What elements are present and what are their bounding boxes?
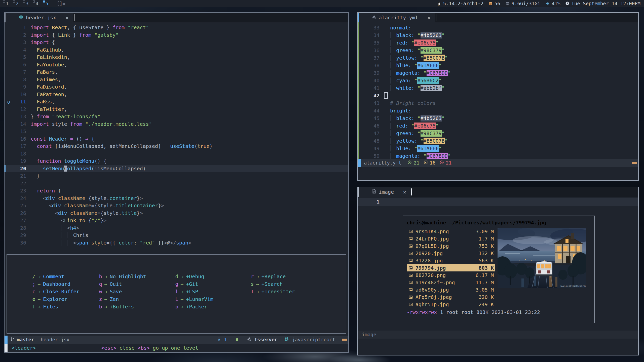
code-line[interactable]: 16const Header = () ⇒ { xyxy=(5,135,348,143)
keybinding-item[interactable]: /→Comment xyxy=(32,273,99,280)
buffer-area-image[interactable]: 1 chris@machine ~/Pictures/wallpapers/79… xyxy=(358,197,638,331)
code-line[interactable]: 40 cyan: "#56B6C2" xyxy=(358,77,638,84)
workspace-button[interactable]: 5 xyxy=(42,0,52,7)
keybinding-item[interactable]: b→+Buffers xyxy=(99,303,175,310)
code-line[interactable]: 2import { Link } from "gatsby" xyxy=(5,31,348,39)
code-line[interactable]: 30 <span style={{ color: "red" }}>@</spa… xyxy=(5,239,348,247)
keybinding-item[interactable]: e→Explorer xyxy=(32,295,99,303)
file-row[interactable]: aghr5Ip.jpg249 K xyxy=(407,301,495,308)
workspace-button[interactable]: 4 xyxy=(32,0,42,7)
code-line[interactable]: 7 FaBars, xyxy=(5,68,348,76)
code-line[interactable]: 37 yellow: "#E5C07B" xyxy=(358,54,638,62)
code-line[interactable]: 29 Chris xyxy=(5,232,348,239)
workspace-button[interactable]: 2 xyxy=(12,0,22,7)
code-line[interactable]: 48 yellow: "#E5C07B" xyxy=(358,137,638,145)
keybinding-item[interactable]: l→+LSP xyxy=(175,288,251,295)
code-line[interactable]: 21 } xyxy=(5,172,348,180)
keybinding-item[interactable]: g→+Git xyxy=(175,280,251,288)
keybinding-item[interactable]: d→+Debug xyxy=(175,273,251,280)
code-line[interactable]: 1import React, { useState } from "react" xyxy=(5,24,348,31)
keybinding-item[interactable]: ;→Dashboard xyxy=(32,280,99,288)
code-line[interactable]: 44 bright: xyxy=(358,107,638,114)
code-line[interactable]: 26 <div className={style.title}> xyxy=(5,210,348,217)
code-line[interactable]: 20 setMenuCollapsed(!isMenuCollapsed) xyxy=(5,165,348,173)
code-line[interactable]: 46 red: "#e06c75" xyxy=(358,122,638,130)
code-line[interactable]: 43 # Bright colors xyxy=(358,99,638,107)
code-line[interactable]: 38 blue: "#61AFEF" xyxy=(358,62,638,69)
code-line[interactable]: 8 FaTimes, xyxy=(5,76,348,84)
file-row[interactable]: AFq5r6j.jpeg320 K xyxy=(407,293,495,301)
code-line[interactable]: 18 xyxy=(5,150,348,158)
keybinding-item[interactable]: L→+LunarVim xyxy=(175,295,251,303)
code-line[interactable]: 28 <h4> xyxy=(5,224,348,232)
code-line[interactable]: 12 FaTwitter, xyxy=(5,106,348,113)
code-area-alacritty[interactable]: 33 normal:34 black: "#4b5263"35 red: "#e… xyxy=(358,22,638,159)
code-line[interactable]: 33 normal: xyxy=(358,24,638,31)
code-line[interactable]: 47 green: "#98C379" xyxy=(358,130,638,137)
close-icon[interactable]: × xyxy=(65,15,68,21)
keybinding-item[interactable]: q→Quit xyxy=(99,280,175,288)
code-line[interactable]: 49 blue: "#61AFEF" xyxy=(358,145,638,152)
keybinding-item[interactable]: c→Close Buffer xyxy=(32,288,99,295)
code-line[interactable]: 14import style from "./header.module.les… xyxy=(5,120,348,128)
code-line[interactable]: 35 red: "#e06c75" xyxy=(358,39,638,47)
keybinding-item[interactable]: s→+Search xyxy=(251,280,295,288)
keybinding-item[interactable]: f→Files xyxy=(32,303,99,310)
file-row[interactable]: 799794.jpg803 K xyxy=(407,264,495,271)
file-row[interactable]: 31228.jpg563 K xyxy=(407,257,495,264)
code-line[interactable]: 27 <Link to={"/"}> xyxy=(5,217,348,224)
close-icon[interactable]: × xyxy=(427,15,431,21)
text-segment xyxy=(384,55,396,61)
keybinding-item[interactable]: w→Save xyxy=(99,288,175,295)
code-line[interactable]: 15 xyxy=(5,128,348,135)
workspace-button[interactable]: 1 xyxy=(3,0,12,7)
tab-header-jsx[interactable]: header.jsx × xyxy=(6,13,73,22)
code-line[interactable]: 1 xyxy=(358,198,638,206)
code-line[interactable]: 25 <div className={style.titleContainer}… xyxy=(5,202,348,210)
code-line[interactable]: 13} from "react-icons/fa" xyxy=(5,113,348,120)
code-line[interactable]: 19 function toggleMenu() { xyxy=(5,157,348,165)
code-line[interactable]: 6 FaYoutube, xyxy=(5,61,348,69)
code-line[interactable]: 5 FaLinkedin, xyxy=(5,54,348,61)
watermark-text: www.DesktopBackground.org xyxy=(560,285,586,287)
code-line[interactable]: 24 <div className={style.container}> xyxy=(5,195,348,202)
text-segment: < xyxy=(55,210,58,216)
code-line[interactable]: 45 black: "#4b5263" xyxy=(358,114,638,122)
code-line[interactable]: 9 FaDiscord, xyxy=(5,83,348,91)
tab-alacritty-yml[interactable]: alacritty.yml × xyxy=(359,13,435,22)
code-line[interactable]: 42 xyxy=(358,92,638,99)
file-row[interactable]: a19c482f~.png11.7 M xyxy=(407,279,495,286)
close-icon[interactable]: × xyxy=(403,189,406,195)
code-line[interactable]: 11 FaRss, xyxy=(5,98,348,106)
file-row[interactable]: ad6v90y.jpg3.05 M xyxy=(407,286,495,293)
file-row[interactable]: 97q9L5D.jpg753 K xyxy=(407,242,495,250)
code-line[interactable]: 17 const [isMenuCollapsed, setMenuCollap… xyxy=(5,143,348,150)
code-line[interactable]: 50 magenta: "#C678DD" xyxy=(358,152,638,159)
keybinding-item[interactable]: z→Zen xyxy=(99,295,175,303)
file-row[interactable]: 24LrDFQ.jpg1.7 M xyxy=(407,235,495,242)
code-line[interactable]: 36 green: "#98C379" xyxy=(358,47,638,54)
code-line[interactable]: 23 return ( xyxy=(5,187,348,195)
code-line[interactable]: 41 white: "#abb2bf" xyxy=(358,84,638,92)
file-row[interactable]: 9rsmTK4.png3.09 M xyxy=(407,228,495,235)
text-segment: from xyxy=(37,113,52,119)
keybinding-item[interactable]: T→+Treesitter xyxy=(251,288,295,295)
code-line[interactable]: 34 black: "#4b5263" xyxy=(358,31,638,39)
git-added-count: 21 xyxy=(414,160,420,166)
file-row[interactable]: 20920.jpg132 K xyxy=(407,250,495,257)
code-area-left[interactable]: 1import React, { useState } from "react"… xyxy=(5,22,348,336)
text-segment: blue: xyxy=(396,145,414,151)
file-permissions: -rwxrwxrwx 1 root root 803K 2021-03-01 2… xyxy=(407,309,591,315)
code-line[interactable]: 3import { xyxy=(5,39,348,46)
code-line[interactable]: 4 FaGithub, xyxy=(5,46,348,54)
keybinding-item[interactable]: r→+Replace xyxy=(251,273,295,280)
tab-image[interactable]: image × xyxy=(359,187,411,197)
code-line[interactable]: 22 xyxy=(5,180,348,187)
file-row[interactable]: 882720.png6.17 M xyxy=(407,271,495,279)
workspace-button[interactable]: 3 xyxy=(22,0,32,7)
code-line[interactable]: 39 magenta: "#C678DD" xyxy=(358,69,638,77)
code-line[interactable]: 10 FaPatreon, xyxy=(5,91,348,98)
keybinding-item[interactable]: h→No Highlight xyxy=(99,273,175,280)
arrow-icon: → xyxy=(102,303,110,310)
keybinding-item[interactable]: p→+Packer xyxy=(175,303,251,310)
